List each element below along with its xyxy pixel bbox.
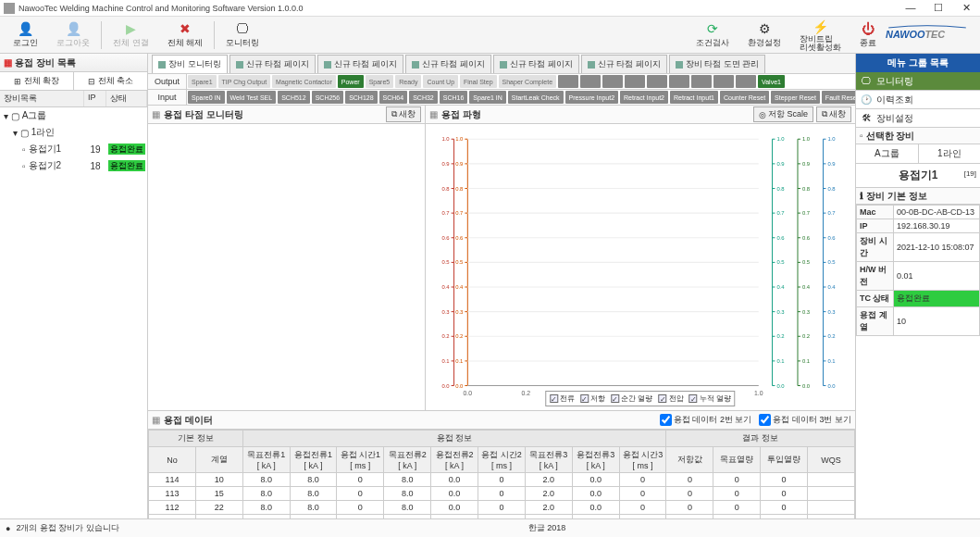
- condition-check-button[interactable]: ⟳조건검사: [687, 19, 738, 51]
- table-row[interactable]: 112228.08.008.00.002.00.00000: [149, 501, 855, 515]
- tab[interactable]: 장비 타점 도면 관리: [669, 55, 766, 73]
- column-header[interactable]: 목표열량: [713, 447, 761, 473]
- tab[interactable]: 신규 타점 페이지: [581, 55, 667, 73]
- svg-text:0.8: 0.8: [455, 185, 464, 191]
- main-toolbar: 👤로그인 👤로그아웃 ▶전체 연결 ✖전체 해제 🖵모니터링 ⟳조건검사 ⚙환경…: [0, 17, 980, 54]
- svg-text:0.7: 0.7: [802, 210, 811, 216]
- menu-monitoring[interactable]: 🖵모니터링: [856, 72, 980, 91]
- show-data-2-checkbox[interactable]: 용접 데이터 2번 보기: [660, 414, 752, 426]
- input-chip: Counter Reset: [720, 91, 769, 104]
- svg-text:0.3: 0.3: [455, 309, 464, 315]
- expand-all-button[interactable]: ⊞전체 확장: [0, 72, 74, 90]
- legend-item[interactable]: ✓전압: [659, 393, 684, 404]
- scale-button[interactable]: ◎저항 Scale: [753, 106, 813, 122]
- tab-monitoring[interactable]: 장비 모니터링: [152, 55, 228, 73]
- minimize-button[interactable]: —: [900, 2, 921, 14]
- tab[interactable]: 신규 타점 페이지: [405, 55, 491, 73]
- svg-text:0.8: 0.8: [827, 185, 836, 191]
- column-header[interactable]: 용접 시간2 [ ms ]: [478, 447, 526, 473]
- login-button[interactable]: 👤로그인: [4, 19, 47, 51]
- input-chip: SCH16: [440, 91, 468, 104]
- table-row[interactable]: 11178.08.008.00.002.00.00000: [149, 515, 855, 519]
- column-header[interactable]: 목표전류1 [ kA ]: [242, 447, 290, 473]
- svg-text:0.6: 0.6: [455, 235, 464, 241]
- input-chip: Fault Reset: [822, 91, 855, 104]
- table-row[interactable]: 113158.08.008.00.002.00.00000: [149, 487, 855, 501]
- svg-text:0.2: 0.2: [521, 390, 530, 396]
- chart-body[interactable]: 0.00.10.20.30.40.50.60.70.80.91.00.00.10…: [426, 124, 855, 410]
- column-header[interactable]: 계열: [195, 447, 242, 473]
- env-settings-button[interactable]: ⚙환경설정: [738, 19, 790, 51]
- svg-text:1.0: 1.0: [441, 136, 450, 142]
- statusbar: ● 2개의 용접 장비가 있습니다 한글 2018: [0, 518, 980, 537]
- svg-text:0.0: 0.0: [776, 382, 785, 388]
- disconnect-all-button[interactable]: ✖전체 해제: [158, 19, 213, 51]
- tree-device[interactable]: ▫용접기119용접완료: [0, 141, 147, 157]
- device-breadcrumb: A그룹1라인: [856, 144, 980, 164]
- info-row: IP192.168.30.19: [857, 219, 980, 233]
- popup-icon: ⧉: [391, 109, 397, 119]
- collapse-icon: ⊟: [88, 77, 95, 86]
- column-header[interactable]: WQS: [808, 447, 855, 473]
- tree-device[interactable]: ▫용접기218용접완료: [0, 157, 147, 174]
- column-header[interactable]: 용접전류2 [ kA ]: [431, 447, 478, 473]
- tab[interactable]: 신규 타점 페이지: [317, 55, 403, 73]
- tab[interactable]: 신규 타점 페이지: [229, 55, 316, 73]
- legend-item[interactable]: ✓순간 열량: [611, 393, 652, 404]
- reset-icon: ⚡: [813, 19, 829, 35]
- logout-button[interactable]: 👤로그아웃: [47, 19, 99, 51]
- output-chip: Spare5: [366, 75, 394, 88]
- legend-item[interactable]: ✓누적 열량: [689, 393, 731, 404]
- close-button[interactable]: ✕: [956, 2, 976, 14]
- menu-device-settings[interactable]: 🛠장비설정: [856, 109, 980, 128]
- tab-icon: [412, 61, 419, 69]
- column-header[interactable]: No: [149, 447, 196, 473]
- legend-item[interactable]: ✓전류: [550, 393, 575, 404]
- tab[interactable]: 신규 타점 페이지: [493, 55, 579, 73]
- monitoring-button[interactable]: 🖵모니터링: [217, 19, 268, 51]
- column-header[interactable]: 용접전류1 [ kA ]: [290, 447, 337, 473]
- tree-group[interactable]: ▾ ▢A그룹: [0, 107, 147, 124]
- output-chip: [669, 75, 689, 88]
- column-header[interactable]: 목표전류2 [ kA ]: [384, 447, 431, 473]
- legend-item[interactable]: ✓저항: [580, 393, 605, 404]
- expand-icon: ⊞: [14, 77, 21, 86]
- tree-line[interactable]: ▾ ▢1라인: [0, 124, 147, 141]
- column-header[interactable]: 저항값: [666, 447, 713, 473]
- chart-body[interactable]: [148, 124, 425, 410]
- column-header[interactable]: 목표전류3 [ kA ]: [525, 447, 572, 473]
- svg-text:0.1: 0.1: [441, 358, 450, 364]
- menu-history[interactable]: 🕑이력조회: [856, 91, 980, 109]
- tab-icon: [500, 61, 507, 69]
- left-chart-popup-button[interactable]: ⧉새창: [386, 106, 421, 122]
- svg-text:0.2: 0.2: [802, 333, 811, 339]
- maximize-button[interactable]: ☐: [928, 2, 949, 14]
- menu-group-title: 메뉴 그룹 목록: [856, 54, 980, 72]
- connect-all-button[interactable]: ▶전체 연결: [104, 19, 158, 51]
- svg-text:0.9: 0.9: [455, 161, 464, 167]
- column-header[interactable]: 용접 시간1 [ ms ]: [337, 447, 384, 473]
- center-panel: 장비 모니터링 신규 타점 페이지신규 타점 페이지신규 타점 페이지신규 타점…: [148, 54, 855, 518]
- column-header[interactable]: 투입열량: [761, 447, 808, 473]
- exit-button[interactable]: ⏻종료: [850, 19, 886, 51]
- svg-text:0.9: 0.9: [827, 161, 836, 167]
- data-grid-area: ▦ 용접 데이터 용접 데이터 2번 보기 용접 데이터 3번 보기 기본 정보…: [148, 411, 855, 518]
- selected-device-name: 용접기1[19]: [856, 164, 980, 188]
- data-table[interactable]: 기본 정보 용접 정보 결과 정보 No계열목표전류1 [ kA ]용접전류1 …: [148, 430, 855, 518]
- collapse-all-button[interactable]: ⊟전체 축소: [74, 72, 147, 90]
- column-header[interactable]: 용접 시간3 [ ms ]: [619, 447, 666, 473]
- list-icon: ▦: [152, 109, 160, 119]
- table-row[interactable]: 114108.08.008.00.002.00.00000: [149, 473, 855, 487]
- device-list-title: ▦용접 장비 목록: [0, 54, 147, 72]
- chart-title: 용접 타점 모니터링: [164, 108, 383, 121]
- ime-indicator: 한글 2018: [528, 522, 566, 534]
- input-chip: SCH64: [379, 91, 408, 104]
- output-label: Output: [148, 74, 187, 89]
- input-chip: SCH256: [312, 91, 343, 104]
- tab-icon: [236, 61, 243, 69]
- show-data-3-checkbox[interactable]: 용접 데이터 3번 보기: [759, 414, 851, 426]
- column-header[interactable]: 용접전류3 [ kA ]: [572, 447, 619, 473]
- trip-reset-button[interactable]: ⚡장비트립 리셋활성화: [790, 17, 850, 54]
- right-chart-popup-button[interactable]: ⧉새창: [816, 106, 851, 122]
- device-tree[interactable]: ▾ ▢A그룹 ▾ ▢1라인 ▫용접기119용접완료▫용접기218용접완료: [0, 107, 147, 518]
